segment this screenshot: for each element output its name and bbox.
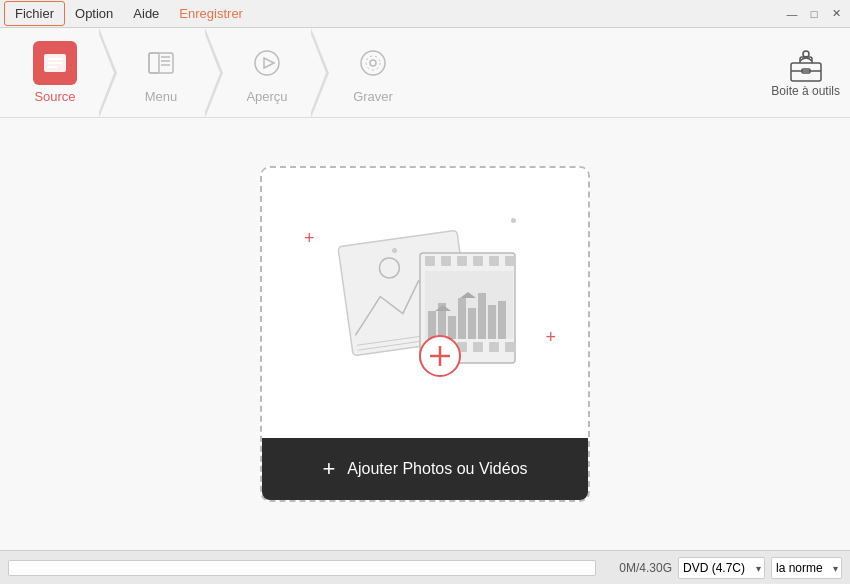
toolbar-arrow-2 [205,28,223,118]
toolbar-item-apercu[interactable]: Aperçu [222,28,312,118]
add-media-label: Ajouter Photos ou Vidéos [347,460,527,478]
norm-select[interactable]: la norme PAL NTSC [771,557,842,579]
toolbar-arrow-3 [311,28,329,118]
minimize-button[interactable]: — [782,4,802,24]
toolbar-arrow-1 [99,28,117,118]
progress-bar [8,560,596,576]
toolbar-item-menu[interactable]: Menu [116,28,206,118]
drop-zone[interactable]: + + [260,166,590,502]
svg-rect-14 [791,63,821,81]
graver-icon [351,41,395,85]
dvd-select[interactable]: DVD (4.7C) DVD (8.5G) Blu-ray [678,557,765,579]
graver-label: Graver [353,89,393,104]
media-illustration [325,208,525,398]
svg-rect-33 [489,342,499,352]
add-media-button[interactable]: + Ajouter Photos ou Vidéos [262,438,588,500]
svg-rect-39 [458,298,466,339]
menu-aide[interactable]: Aide [123,2,169,25]
svg-rect-40 [468,308,476,339]
boite-outils-label: Boite à outils [771,84,840,98]
boite-outils-button[interactable]: Boite à outils [771,48,840,98]
apercu-label: Aperçu [246,89,287,104]
svg-rect-5 [149,53,159,73]
svg-rect-23 [425,256,435,266]
menu-bar: Fichier Option Aide Enregistrer [4,1,253,26]
svg-rect-43 [498,301,506,339]
svg-rect-36 [428,311,436,339]
svg-point-17 [803,51,809,57]
apercu-icon [245,41,289,85]
norm-select-wrapper: la norme PAL NTSC [771,557,842,579]
menu-icon [139,41,183,85]
window-controls: — □ ✕ [782,4,846,24]
svg-rect-34 [505,342,515,352]
svg-rect-41 [478,293,486,339]
svg-rect-38 [448,316,456,339]
svg-rect-4 [149,53,173,73]
deco-dot-2 [392,248,397,253]
svg-marker-10 [264,58,274,68]
svg-rect-28 [505,256,515,266]
deco-plus-2: + [545,327,556,348]
menu-fichier[interactable]: Fichier [4,1,65,26]
svg-point-11 [361,51,385,75]
menu-option[interactable]: Option [65,2,123,25]
close-button[interactable]: ✕ [826,4,846,24]
deco-dot-1 [511,218,516,223]
source-icon [33,41,77,85]
toolbar: Source Menu Aperçu [0,28,850,118]
svg-rect-24 [441,256,451,266]
status-bar: 0M/4.30G DVD (4.7C) DVD (8.5G) Blu-ray l… [0,550,850,584]
menu-register[interactable]: Enregistrer [169,2,253,25]
deco-plus-1: + [304,228,315,249]
toolbar-item-source[interactable]: Source [10,28,100,118]
drop-zone-image-area: + + [262,168,588,438]
menu-label: Menu [145,89,178,104]
source-label: Source [34,89,75,104]
title-bar: Fichier Option Aide Enregistrer — □ ✕ [0,0,850,28]
svg-point-12 [370,60,376,66]
dvd-select-wrapper: DVD (4.7C) DVD (8.5G) Blu-ray [678,557,765,579]
svg-rect-26 [473,256,483,266]
svg-rect-25 [457,256,467,266]
boite-outils-icon [786,48,826,84]
main-content: + + [0,118,850,550]
size-indicator: 0M/4.30G [602,561,672,575]
toolbar-item-graver[interactable]: Graver [328,28,418,118]
svg-rect-42 [488,305,496,339]
add-icon: + [322,456,335,482]
svg-rect-32 [473,342,483,352]
svg-rect-27 [489,256,499,266]
maximize-button[interactable]: □ [804,4,824,24]
svg-point-13 [366,56,380,70]
